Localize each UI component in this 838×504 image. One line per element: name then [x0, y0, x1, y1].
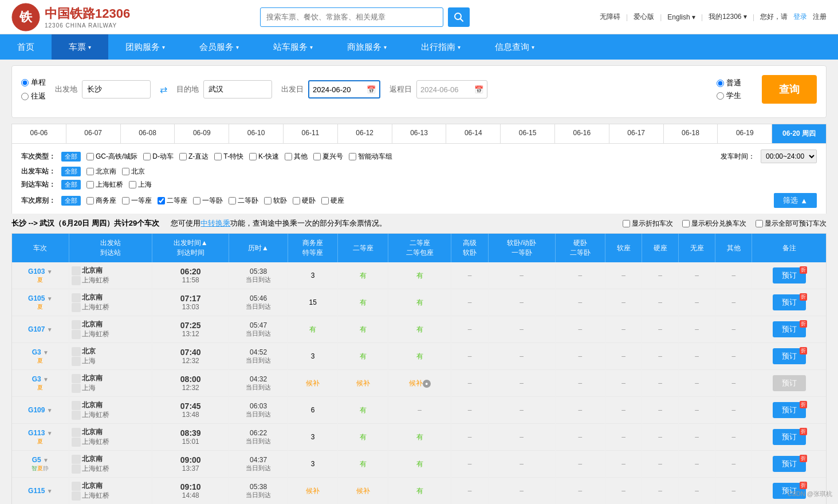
type-k-checkbox[interactable]: K-快速 — [249, 152, 279, 162]
filter-button[interactable]: 筛选 ▲ — [774, 193, 817, 208]
date-tab-0615[interactable]: 06-15 — [501, 124, 555, 143]
query-button[interactable]: 查询 — [762, 75, 817, 104]
dep-beijing[interactable]: 北京 — [122, 167, 145, 176]
cell-available[interactable]: 有 — [360, 352, 367, 360]
register-link[interactable]: 注册 — [813, 12, 827, 22]
cell-available[interactable]: 有 — [416, 352, 423, 360]
all-tag-depstation[interactable]: 全部 — [61, 167, 81, 176]
cell-available[interactable]: 有 — [416, 460, 423, 468]
type-smart-checkbox[interactable]: 智能动车组 — [349, 152, 392, 162]
show-discount[interactable]: 显示折扣车次 — [623, 219, 673, 229]
normal-ticket-radio[interactable]: 普通 — [717, 78, 741, 88]
dep-beijing-south[interactable]: 北京南 — [86, 167, 116, 176]
seat-second-berth[interactable]: 二等卧 — [229, 196, 258, 206]
top-link-love[interactable]: 爱心版 — [634, 12, 654, 22]
expand-icon[interactable]: ▼ — [47, 407, 53, 414]
type-gc-checkbox[interactable]: GC-高铁/城际 — [86, 152, 137, 162]
expand-icon[interactable]: ▼ — [47, 269, 53, 275]
train-number-link[interactable]: G3 — [32, 348, 41, 356]
nav-item-member[interactable]: 会员服务 ▾ — [182, 34, 256, 60]
cell-available[interactable]: 有 — [309, 325, 316, 333]
expand-icon[interactable]: ▼ — [47, 430, 53, 436]
calendar-icon[interactable]: 📅 — [367, 85, 376, 94]
cell-available[interactable]: 有 — [360, 406, 367, 414]
time-select[interactable]: 00:00~24:00 — [761, 149, 817, 163]
nav-item-business[interactable]: 商旅服务 ▾ — [330, 34, 404, 60]
top-link-english[interactable]: English ▾ — [667, 13, 695, 21]
nav-item-home[interactable]: 首页 — [0, 34, 52, 60]
arr-shanghai-hongqiao[interactable]: 上海虹桥 — [86, 180, 123, 190]
from-station-input[interactable] — [82, 80, 151, 99]
cell-available[interactable]: 有 — [416, 487, 423, 495]
nav-item-station[interactable]: 站车服务 ▾ — [256, 34, 330, 60]
train-number-link[interactable]: G115 — [28, 487, 45, 495]
expand-icon[interactable]: ▼ — [47, 326, 53, 333]
nav-item-guide[interactable]: 出行指南 ▾ — [404, 34, 478, 60]
show-all-bookable[interactable]: 显示全部可预订车次 — [756, 219, 827, 229]
type-other-checkbox[interactable]: 其他 — [285, 152, 308, 162]
train-number-link[interactable]: G109 — [28, 406, 45, 414]
date-tab-0609[interactable]: 06-09 — [175, 124, 229, 143]
date-tab-0614[interactable]: 06-14 — [446, 124, 501, 143]
calendar-icon-return[interactable]: 📅 — [474, 85, 483, 94]
seat-hard-berth[interactable]: 硬卧 — [293, 196, 316, 206]
date-tab-0618[interactable]: 06-18 — [664, 124, 718, 143]
date-tab-0620[interactable]: 06-20 周四 — [772, 124, 826, 143]
cell-available[interactable]: 有 — [360, 271, 367, 279]
expand-icon[interactable]: ▼ — [43, 376, 49, 383]
date-tab-0617[interactable]: 06-17 — [609, 124, 664, 143]
type-t-checkbox[interactable]: T-特快 — [214, 152, 243, 162]
cell-available[interactable]: 有 — [416, 433, 423, 441]
expand-icon[interactable]: ▼ — [43, 457, 49, 463]
nav-item-group[interactable]: 团购服务 ▾ — [108, 34, 182, 60]
cell-available[interactable]: 有 — [360, 325, 367, 333]
one-way-radio[interactable]: 单程 — [21, 77, 46, 88]
expand-icon[interactable]: ▼ — [43, 349, 49, 356]
return-date-input[interactable] — [420, 85, 472, 94]
nav-item-ticket[interactable]: 车票 ▾ — [52, 34, 108, 60]
top-link-accessible[interactable]: 无障碍 — [600, 12, 620, 22]
search-button[interactable] — [448, 7, 470, 27]
date-tab-0610[interactable]: 06-10 — [229, 124, 284, 143]
date-tab-0611[interactable]: 06-11 — [284, 124, 338, 143]
date-tab-0613[interactable]: 06-13 — [392, 124, 447, 143]
all-tag-seattype[interactable]: 全部 — [61, 196, 81, 206]
seat-first[interactable]: 一等座 — [122, 196, 152, 206]
nav-item-info[interactable]: 信息查询 ▾ — [478, 34, 552, 60]
cell-available[interactable]: 有 — [360, 298, 367, 306]
all-tag-traintype[interactable]: 全部 — [61, 152, 81, 162]
login-link[interactable]: 登录 — [793, 12, 807, 22]
cell-available[interactable]: 有 — [360, 460, 367, 468]
student-ticket-radio[interactable]: 学生 — [717, 90, 741, 101]
cell-available[interactable]: 有 — [360, 433, 367, 441]
expand-icon[interactable]: ▼ — [47, 296, 53, 302]
date-tab-0606[interactable]: 06-06 — [12, 124, 66, 143]
all-tag-arrstation[interactable]: 全部 — [61, 180, 81, 190]
type-fuxing-checkbox[interactable]: 夏兴号 — [313, 152, 343, 162]
seat-first-berth[interactable]: 一等卧 — [193, 196, 223, 206]
seat-soft-berth[interactable]: 软卧 — [264, 196, 287, 206]
search-input[interactable] — [260, 7, 443, 27]
top-link-my12306[interactable]: 我的12306 ▾ — [709, 12, 747, 22]
train-number-link[interactable]: G105 — [28, 294, 45, 302]
type-z-checkbox[interactable]: Z-直达 — [179, 152, 208, 162]
cell-available[interactable]: 有 — [416, 325, 423, 333]
date-tab-0616[interactable]: 06-16 — [555, 124, 609, 143]
depart-date-input[interactable] — [313, 85, 364, 94]
train-number-link[interactable]: G5 — [32, 456, 41, 464]
to-station-input[interactable] — [203, 80, 272, 99]
seat-business[interactable]: 商务座 — [86, 196, 116, 206]
expand-icon[interactable]: ▼ — [47, 488, 53, 494]
transfer-link[interactable]: 中转换乘 — [200, 219, 230, 227]
train-number-link[interactable]: G107 — [28, 325, 45, 333]
date-tab-0612[interactable]: 06-12 — [338, 124, 392, 143]
date-tab-0607[interactable]: 06-07 — [66, 124, 121, 143]
show-points[interactable]: 显示积分兑换车次 — [682, 219, 746, 229]
round-trip-radio[interactable]: 往返 — [21, 91, 46, 101]
cell-available[interactable]: 有 — [416, 271, 423, 279]
date-tab-0608[interactable]: 06-08 — [121, 124, 175, 143]
train-number-link[interactable]: G103 — [28, 267, 45, 275]
train-number-link[interactable]: G113 — [28, 429, 45, 437]
seat-second[interactable]: 二等座 — [158, 196, 187, 206]
swap-button[interactable]: ⇄ — [160, 84, 167, 95]
